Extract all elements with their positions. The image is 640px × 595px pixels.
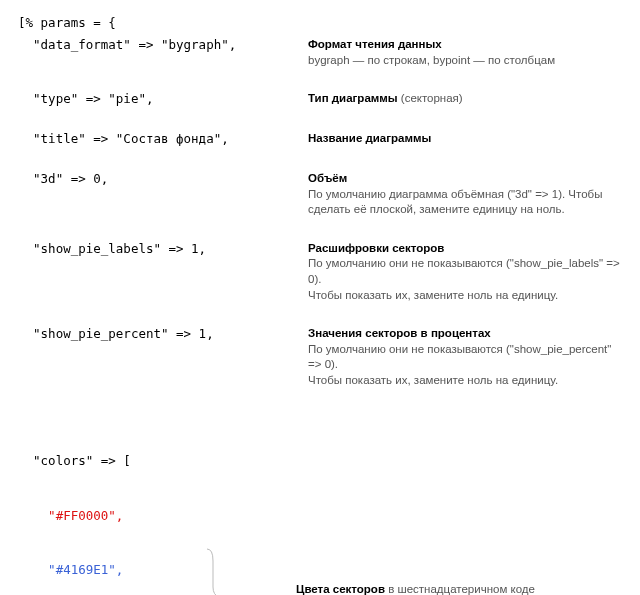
color-1: "#FF0000", (18, 507, 198, 525)
code-data-format: "data_format" => "bygraph", (18, 36, 308, 54)
row-type: "type" => "pie", Тип диаграммы (секторна… (18, 90, 622, 108)
color-2: "#4169E1", (18, 561, 198, 579)
desc-percent: Значения секторов в процентах По умолчан… (308, 325, 622, 388)
desc-title: Объём (308, 171, 622, 187)
desc-body: По умолчанию они не показываются ("show_… (308, 256, 622, 303)
code-colors: "colors" => [ "#FF0000", "#4169E1", "#00… (18, 416, 198, 595)
desc-body: По умолчанию они не показываются ("show_… (308, 342, 622, 389)
desc-title: Значения секторов в процентах (308, 326, 622, 342)
desc-3d: Объём По умолчанию диаграмма объёмная ("… (308, 170, 622, 218)
desc-title: Цвета секторов (296, 583, 385, 595)
row-title: "title" => "Состав фонда", Название диаг… (18, 130, 622, 148)
code-title: "title" => "Состав фонда", (18, 130, 308, 148)
desc-title: Формат чтения данных (308, 37, 622, 53)
row-percent: "show_pie_percent" => 1, Значения сектор… (18, 325, 622, 388)
desc-type: Тип диаграммы (секторная) (308, 90, 622, 107)
desc-body: bygraph — по строкам, bypoint — по столб… (308, 53, 622, 69)
colors-open: "colors" => [ (18, 452, 198, 470)
desc-colors: Цвета секторов в шестнадцатеричном коде … (228, 581, 622, 595)
code-percent: "show_pie_percent" => 1, (18, 325, 308, 343)
desc-title: Тип диаграммы (308, 92, 398, 104)
code-open: [% params = { (18, 14, 308, 32)
code-type: "type" => "pie", (18, 90, 308, 108)
row-colors: "colors" => [ "#FF0000", "#4169E1", "#00… (18, 416, 622, 595)
row-3d: "3d" => 0, Объём По умолчанию диаграмма … (18, 170, 622, 218)
desc-title-row: Название диаграммы (308, 130, 622, 147)
desc-title: Название диаграммы (308, 131, 622, 147)
code-labels: "show_pie_labels" => 1, (18, 240, 308, 258)
row-data-format: "data_format" => "bygraph", Формат чтени… (18, 36, 622, 68)
row-open: [% params = { (18, 14, 622, 32)
desc-data-format: Формат чтения данных bygraph — по строка… (308, 36, 622, 68)
curly-brace-icon (198, 547, 228, 595)
code-3d: "3d" => 0, (18, 170, 308, 188)
desc-body: По умолчанию диаграмма объёмная ("3d" =>… (308, 187, 622, 218)
desc-title: Расшифровки секторов (308, 241, 622, 257)
row-labels: "show_pie_labels" => 1, Расшифровки сект… (18, 240, 622, 303)
desc-paren: (секторная) (398, 92, 463, 104)
desc-labels: Расшифровки секторов По умолчанию они не… (308, 240, 622, 303)
